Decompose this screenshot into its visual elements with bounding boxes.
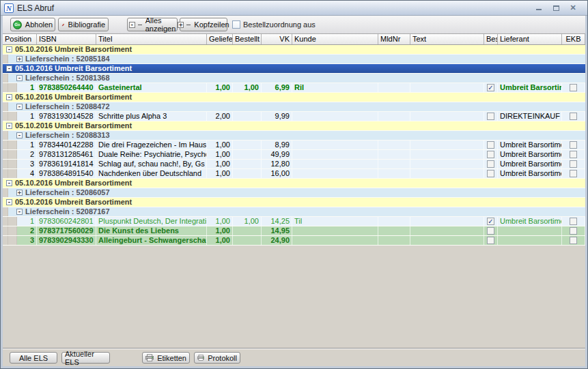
lieferschein-row[interactable]: +Lieferschein : 52086057: [3, 188, 585, 198]
cell-isbn: 9783193014528: [37, 112, 96, 121]
indent: [3, 141, 8, 149]
collapse-toggle-icon[interactable]: -: [16, 209, 23, 215]
item-row[interactable]: 29783131285461Duale Reihe: Psychiatrie, …: [3, 150, 585, 160]
cell-vk: 6,99: [262, 83, 292, 92]
column-header-position[interactable]: Position: [3, 34, 37, 44]
kopfzeilen-button[interactable]: + Kopfzeilen: [180, 18, 227, 31]
best-checkbox[interactable]: [487, 141, 494, 149]
cell-mldnr: [378, 150, 410, 159]
indent: [3, 207, 8, 216]
collapse-toggle-icon[interactable]: -: [6, 65, 12, 72]
ekb-checkbox[interactable]: [570, 218, 577, 225]
group-row[interactable]: -05.10.2016 Umbreit Barsortiment: [3, 179, 585, 188]
lieferschein-row-label: Lieferschein : 52086057: [25, 188, 110, 197]
lieferschein-row[interactable]: -Lieferschein : 52088313: [3, 131, 585, 141]
bibliografie-button-label: Bibliografie: [68, 20, 105, 29]
collapse-toggle-icon[interactable]: -: [16, 132, 23, 138]
column-header-geliefert[interactable]: Geliefert: [207, 34, 233, 44]
group-row[interactable]: -05.10.2016 Umbreit Barsortiment: [3, 45, 585, 55]
item-row[interactable]: 19783060242801Pluspunkt Deutsch, Der Int…: [3, 217, 585, 226]
item-row[interactable]: 19783193014528Schritte plus Alpha 32,009…: [3, 112, 585, 121]
expand-toggle-icon[interactable]: +: [16, 190, 23, 196]
lieferschein-row-label: Lieferschein : 52081368: [25, 74, 110, 83]
best-checkbox[interactable]: [487, 151, 494, 158]
lieferschein-row[interactable]: -Lieferschein : 52087167: [3, 207, 585, 217]
toolbar: Go Abholen Bibliografie - Alles anzeigen…: [3, 16, 585, 34]
column-header-ekb[interactable]: EKB: [562, 34, 585, 44]
cell-geliefert: 1,00: [207, 83, 233, 92]
column-header-vk[interactable]: VK: [262, 34, 292, 44]
ekb-checkbox[interactable]: [570, 113, 577, 120]
column-header-titel[interactable]: Titel: [96, 34, 207, 44]
group-row[interactable]: -05.10.2016 Umbreit Barsortiment: [3, 93, 585, 102]
best-checkbox[interactable]: [487, 170, 494, 177]
lieferschein-row[interactable]: +Lieferschein : 52085184: [3, 55, 585, 64]
abholen-button[interactable]: Go Abholen: [10, 18, 55, 31]
cell-position: 2: [17, 150, 37, 159]
item-row[interactable]: 19783850264440Gasteinertal1,001,006,99Ri…: [3, 83, 585, 93]
group-row[interactable]: -05.10.2016 Umbreit Barsortiment: [3, 198, 585, 207]
best-checkbox[interactable]: [487, 227, 494, 235]
alles-anzeigen-button[interactable]: - Alles anzeigen: [127, 18, 178, 31]
column-header-bestellt[interactable]: Bestellt: [233, 34, 262, 44]
item-row[interactable]: 49783864891540Nachdenken über Deutschlan…: [3, 169, 585, 179]
best-checkbox[interactable]: ✓: [487, 84, 494, 91]
cell-text: [410, 141, 484, 149]
item-row[interactable]: 29783717560029Die Kunst des Liebens1,001…: [3, 226, 585, 236]
ekb-checkbox[interactable]: [570, 170, 577, 177]
column-header-mldnr[interactable]: MldNr: [378, 34, 410, 44]
group-row-label: 05.10.2016 Umbreit Barsortiment: [15, 121, 132, 130]
collapse-toggle-icon[interactable]: -: [6, 123, 12, 129]
bibliografie-button[interactable]: Bibliografie: [58, 18, 109, 31]
lieferschein-row[interactable]: -Lieferschein : 52088472: [3, 102, 585, 112]
best-checkbox[interactable]: [487, 237, 494, 244]
aktueller-els-button[interactable]: Aktueller ELS: [61, 352, 110, 364]
cell-bestellt: [233, 236, 262, 245]
protokoll-button[interactable]: Protokoll: [194, 352, 240, 364]
item-row[interactable]: 39783902943330Alleingeburt - Schwangersc…: [3, 236, 585, 246]
ekb-checkbox[interactable]: [570, 141, 577, 149]
etiketten-button[interactable]: Etiketten: [142, 352, 190, 364]
item-row[interactable]: 39783619141814Schlag auf, schau nach!, B…: [3, 160, 585, 169]
close-button[interactable]: ✕: [568, 3, 578, 13]
cell-lieferant: DIREKTEINKAUF: [498, 112, 562, 121]
cell-lieferant: Umbreit Barsortiment: [498, 217, 562, 226]
group-row[interactable]: -05.10.2016 Umbreit Barsortiment: [3, 64, 585, 74]
maximize-button[interactable]: [550, 3, 561, 13]
collapse-toggle-icon[interactable]: -: [16, 104, 23, 110]
cell-titel: Schritte plus Alpha 3: [96, 112, 207, 121]
expand-toggle-icon[interactable]: +: [16, 56, 23, 62]
column-header-kunde[interactable]: Kunde: [292, 34, 378, 44]
collapse-toggle-icon[interactable]: -: [6, 180, 12, 186]
collapse-toggle-icon[interactable]: -: [16, 75, 23, 81]
collapse-toggle-icon[interactable]: -: [6, 94, 12, 100]
cell-bestellt: 1,00: [233, 83, 262, 92]
best-checkbox[interactable]: ✓: [487, 218, 494, 225]
column-header-text[interactable]: Text: [410, 34, 484, 44]
lieferschein-row[interactable]: -Lieferschein : 52081368: [3, 74, 585, 83]
column-header-isbn[interactable]: ISBN: [37, 34, 96, 44]
column-header-lieferant[interactable]: Lieferant: [498, 34, 562, 44]
column-header-best[interactable]: Best.: [484, 34, 498, 44]
minimize-button[interactable]: [533, 3, 544, 13]
item-row[interactable]: 19783440142288Die drei Fragezeichen - Im…: [3, 141, 585, 150]
ekb-checkbox[interactable]: [570, 227, 577, 235]
collapse-toggle-icon[interactable]: -: [6, 46, 12, 53]
bestellzuordnung-checkbox[interactable]: [232, 20, 240, 29]
best-checkbox[interactable]: [487, 160, 494, 168]
alle-els-button[interactable]: Alle ELS: [10, 352, 57, 364]
lieferschein-row-label: Lieferschein : 52085184: [25, 55, 110, 63]
indent: [3, 83, 8, 92]
collapse-toggle-icon[interactable]: -: [6, 199, 12, 205]
ekb-checkbox[interactable]: [570, 160, 577, 168]
tree-line: [186, 25, 191, 25]
group-row[interactable]: -05.10.2016 Umbreit Barsortiment: [3, 121, 585, 131]
ekb-checkbox[interactable]: [570, 151, 577, 158]
cell-kunde: [292, 160, 378, 168]
protokoll-button-label: Protokoll: [208, 354, 237, 362]
cell-geliefert: 1,00: [207, 169, 233, 178]
best-checkbox[interactable]: [487, 113, 494, 120]
ekb-checkbox[interactable]: [570, 237, 577, 244]
ekb-checkbox[interactable]: [570, 84, 577, 91]
cell-position: 1: [17, 141, 37, 149]
